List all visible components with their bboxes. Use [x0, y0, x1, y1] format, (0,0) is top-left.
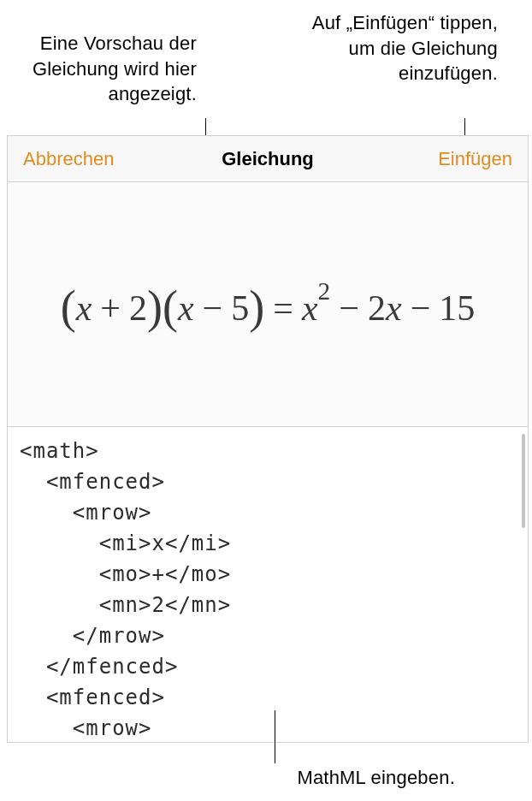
callout-preview: Eine Vorschau der Gleichung wird hier an… — [0, 31, 197, 107]
var-x: x — [302, 288, 318, 328]
var-x: x — [178, 288, 194, 328]
paren-close: ) — [147, 282, 163, 333]
exponent-2: 2 — [318, 277, 331, 305]
paren-close: ) — [249, 282, 264, 333]
paren-open: ( — [163, 282, 178, 333]
num-5: 5 — [231, 288, 249, 328]
op-equals: = — [264, 288, 302, 328]
num-2: 2 — [129, 288, 147, 328]
callout-mathml: MathML eingeben. — [297, 765, 455, 791]
var-x: x — [386, 288, 402, 328]
op-plus: + — [92, 288, 129, 328]
insert-button[interactable]: Einfügen — [438, 148, 512, 170]
callout-leader — [464, 118, 465, 137]
paren-open: ( — [61, 282, 76, 333]
rendered-equation: (x+2)(x−5)=x2−2x−15 — [61, 278, 476, 331]
num-15: 15 — [439, 288, 475, 328]
mathml-code-area[interactable]: <math> <mfenced> <mrow> <mi>x</mi> <mo>+… — [8, 427, 528, 742]
coef-2: 2 — [368, 288, 386, 328]
callout-insert: Auf „Einfügen“ tippen, um die Gleichung … — [310, 10, 498, 86]
scrollbar[interactable] — [522, 434, 525, 528]
op-minus: − — [330, 288, 368, 328]
mathml-code: <math> <mfenced> <mrow> <mi>x</mi> <mo>+… — [20, 436, 516, 742]
op-minus: − — [402, 288, 440, 328]
op-minus: − — [194, 288, 232, 328]
equation-dialog: Abbrechen Gleichung Einfügen (x+2)(x−5)=… — [7, 135, 529, 743]
dialog-toolbar: Abbrechen Gleichung Einfügen — [8, 136, 528, 182]
callout-leader — [275, 710, 275, 763]
var-x: x — [76, 288, 92, 328]
equation-preview: (x+2)(x−5)=x2−2x−15 — [8, 182, 528, 427]
cancel-button[interactable]: Abbrechen — [23, 148, 114, 170]
